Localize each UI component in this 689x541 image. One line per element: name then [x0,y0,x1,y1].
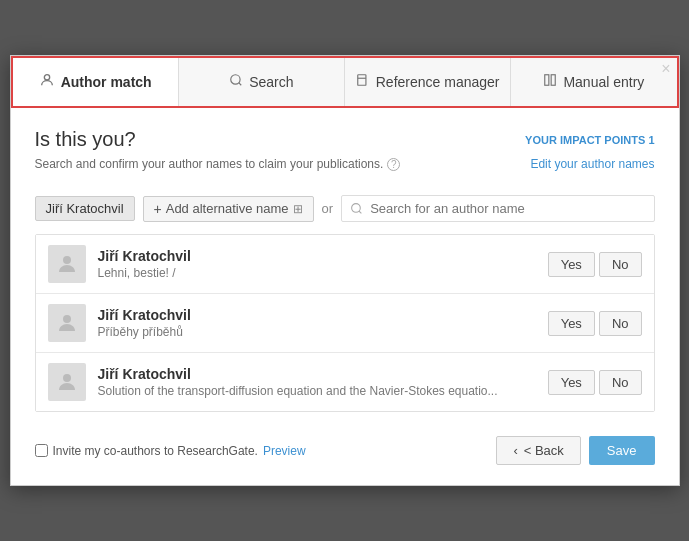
svg-rect-5 [552,75,556,86]
author-desc: Solution of the transport-diffusion equa… [98,384,548,398]
back-button[interactable]: ‹ < Back [496,436,580,465]
invite-row: Invite my co-authors to ResearchGate. Pr… [35,444,306,458]
author-info: Jiří Kratochvil Solution of the transpor… [98,366,548,398]
footer: Invite my co-authors to ResearchGate. Pr… [35,428,655,469]
edit-author-names-link[interactable]: Edit your author names [530,157,654,171]
tab-bar: Author match Search Reference manager Ma… [11,56,679,108]
person-icon [39,72,55,92]
tab-manual-entry-label: Manual entry [563,74,644,90]
avatar [48,245,86,283]
main-content: YOUR IMPACT POINTS 1 Is this you? Edit y… [11,108,679,485]
svg-line-2 [239,83,242,86]
info-icon[interactable]: ? [387,158,400,171]
table-row: Jiří Kratochvil Lehni, bestie! / Yes No [36,235,654,294]
subtitle-text: Search and confirm your author names to … [35,157,531,171]
author-actions: Yes No [548,370,642,395]
subtitle-row: Edit your author names Search and confir… [35,157,655,185]
tab-search[interactable]: Search [179,58,345,106]
preview-link[interactable]: Preview [263,444,306,458]
author-search-input[interactable] [341,195,654,222]
chevron-left-icon: ‹ [513,443,517,458]
svg-rect-4 [545,75,549,86]
save-button[interactable]: Save [589,436,655,465]
impact-value: 1 [648,134,654,146]
invite-checkbox[interactable] [35,444,48,457]
tab-reference-manager-label: Reference manager [376,74,500,90]
author-info: Jiří Kratochvil Lehni, bestie! / [98,248,548,280]
impact-points: YOUR IMPACT POINTS 1 [525,134,654,146]
tab-search-label: Search [249,74,293,90]
no-button-2[interactable]: No [599,370,642,395]
author-name: Jiří Kratochvil [98,366,548,382]
svg-point-6 [63,256,71,264]
search-icon [229,73,243,91]
invite-text: Invite my co-authors to ResearchGate. [53,444,258,458]
table-row: Jiří Kratochvil Solution of the transpor… [36,353,654,411]
book-icon [356,73,370,91]
yes-button-0[interactable]: Yes [548,252,595,277]
footer-buttons: ‹ < Back Save [496,436,654,465]
table-row: Jiří Kratochvil Příběhy příběhů Yes No [36,294,654,353]
tab-reference-manager[interactable]: Reference manager [345,58,511,106]
author-list: Jiří Kratochvil Lehni, bestie! / Yes No … [35,234,655,412]
edit-icon [543,73,557,91]
tab-author-match[interactable]: Author match [13,58,179,106]
svg-point-8 [63,374,71,382]
yes-button-1[interactable]: Yes [548,311,595,336]
tag-icon: ⊞ [293,202,303,216]
modal: × Author match Search Reference manager … [10,55,680,486]
or-separator: or [322,201,334,216]
author-desc: Příběhy příběhů [98,325,548,339]
author-name: Jiří Kratochvil [98,307,548,323]
author-name: Jiří Kratochvil [98,248,548,264]
author-actions: Yes No [548,311,642,336]
tab-author-match-label: Author match [61,74,152,90]
yes-button-2[interactable]: Yes [548,370,595,395]
author-actions: Yes No [548,252,642,277]
svg-point-0 [44,75,49,80]
svg-rect-3 [358,75,366,86]
author-desc: Lehni, bestie! / [98,266,548,280]
author-name-row: Jiří Kratochvil + Add alternative name ⊞… [35,195,655,222]
svg-point-7 [63,315,71,323]
author-tag[interactable]: Jiří Kratochvil [35,196,135,221]
svg-point-1 [231,75,240,84]
no-button-0[interactable]: No [599,252,642,277]
author-info: Jiří Kratochvil Příběhy příběhů [98,307,548,339]
plus-icon: + [154,201,162,217]
add-alternative-name-button[interactable]: + Add alternative name ⊞ [143,196,314,222]
avatar [48,304,86,342]
impact-label: YOUR IMPACT POINTS [525,134,645,146]
tab-manual-entry[interactable]: Manual entry [511,58,676,106]
close-icon[interactable]: × [661,60,670,78]
avatar [48,363,86,401]
no-button-1[interactable]: No [599,311,642,336]
